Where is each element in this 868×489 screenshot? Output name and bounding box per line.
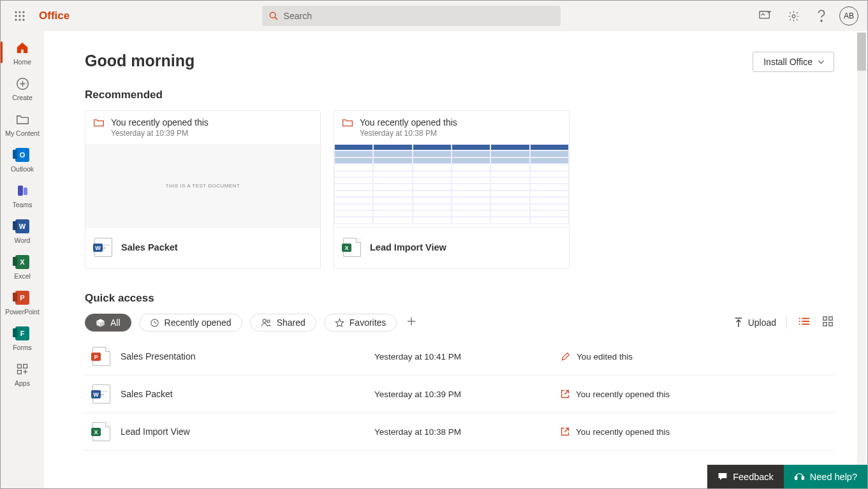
word-file-icon: W: [94, 238, 112, 257]
user-avatar[interactable]: AB: [839, 6, 858, 26]
bottom-bar: Feedback Need help?: [707, 465, 867, 488]
nav-forms[interactable]: F Forms: [1, 322, 44, 354]
svg-rect-17: [18, 365, 22, 369]
svg-point-12: [792, 15, 795, 18]
clock-icon: [150, 318, 159, 328]
filter-label: Recently opened: [165, 317, 232, 328]
nav-label: Apps: [15, 379, 30, 387]
file-action: You recently opened this: [576, 390, 670, 399]
svg-point-6: [15, 18, 17, 20]
scrollbar-thumb[interactable]: [857, 33, 866, 71]
nav-powerpoint[interactable]: P PowerPoint: [1, 286, 44, 318]
separator: [786, 316, 787, 329]
svg-point-1: [18, 11, 20, 13]
svg-point-8: [22, 18, 24, 20]
question-icon: [816, 10, 827, 22]
svg-rect-40: [802, 477, 804, 480]
nav-label: Excel: [14, 272, 31, 280]
card-preview: [334, 144, 569, 227]
waffle-icon: [15, 11, 25, 21]
help-button[interactable]: Need help?: [784, 465, 867, 488]
folder-open-icon: [342, 117, 353, 128]
svg-point-22: [267, 320, 270, 323]
list-view-button[interactable]: [797, 316, 811, 330]
grid-view-button[interactable]: [821, 315, 834, 330]
home-icon: [15, 41, 29, 55]
filter-label: All: [110, 317, 121, 328]
excel-file-icon: X: [343, 238, 361, 257]
main-content: Good morning Install Office Recommended …: [44, 31, 867, 488]
brand-title[interactable]: Office: [39, 10, 70, 22]
edit-icon: [561, 352, 570, 361]
whiteboard-button[interactable]: [753, 3, 778, 29]
file-action: You recently opened this: [576, 427, 670, 437]
svg-rect-33: [823, 317, 827, 320]
install-office-label: Install Office: [763, 57, 813, 67]
headset-icon: [794, 471, 805, 482]
card-preview: THIS IS A TEST DOCUMENT: [85, 144, 320, 227]
recommended-card[interactable]: You recently opened this Yesterday at 10…: [85, 110, 321, 269]
svg-rect-36: [829, 323, 832, 326]
nav-label: My Content: [5, 129, 40, 137]
help-button[interactable]: [809, 3, 834, 29]
filter-favorites[interactable]: Favorites: [324, 314, 397, 332]
svg-rect-19: [18, 370, 22, 374]
chevron-down-icon: [818, 60, 825, 64]
file-name: Lead Import View: [121, 427, 190, 437]
svg-line-10: [275, 17, 277, 20]
svg-point-2: [22, 11, 24, 13]
search-icon: [268, 11, 279, 21]
nav-my-content[interactable]: My Content: [1, 108, 44, 140]
svg-point-5: [22, 15, 24, 17]
nav-teams[interactable]: Teams: [1, 179, 44, 211]
recommended-card[interactable]: You recently opened this Yesterday at 10…: [334, 110, 570, 269]
add-filter-button[interactable]: [404, 314, 418, 331]
install-office-button[interactable]: Install Office: [753, 52, 834, 72]
plus-icon: [407, 317, 416, 326]
search-input[interactable]: Search: [262, 6, 561, 26]
app-launcher-button[interactable]: [10, 6, 30, 26]
nav-word[interactable]: W Word: [1, 215, 44, 247]
feedback-button[interactable]: Feedback: [707, 465, 784, 488]
nav-create[interactable]: Create: [1, 72, 44, 104]
people-icon: [261, 318, 272, 327]
card-title: Lead Import View: [370, 242, 446, 252]
nav-excel[interactable]: X Excel: [1, 251, 44, 282]
word-file-icon: W: [92, 384, 110, 404]
nav-label: Teams: [13, 201, 33, 208]
file-list: P Sales Presentation Yesterday at 10:41 …: [85, 338, 834, 451]
filter-all[interactable]: All: [85, 314, 131, 332]
open-icon: [561, 390, 570, 398]
svg-point-4: [18, 15, 20, 17]
nav-apps[interactable]: Apps: [1, 358, 44, 390]
settings-button[interactable]: [781, 3, 806, 29]
card-title: Sales Packet: [121, 242, 178, 252]
file-time: Yesterday at 10:39 PM: [374, 390, 561, 399]
svg-rect-35: [823, 323, 827, 326]
side-nav: Home Create My Content O Outlook Teams W…: [1, 31, 44, 488]
filter-recent[interactable]: Recently opened: [139, 314, 242, 332]
svg-rect-39: [795, 477, 797, 480]
card-reason: You recently opened this: [111, 117, 209, 128]
open-icon: [561, 427, 570, 436]
list-icon: [798, 317, 810, 326]
whiteboard-icon: [759, 10, 772, 22]
upload-button[interactable]: Upload: [734, 317, 776, 328]
filter-shared[interactable]: Shared: [250, 314, 316, 332]
svg-point-13: [821, 20, 822, 22]
file-name: Sales Packet: [121, 389, 173, 399]
file-row[interactable]: X Lead Import View Yesterday at 10:38 PM…: [85, 413, 834, 451]
file-row[interactable]: P Sales Presentation Yesterday at 10:41 …: [85, 338, 834, 376]
nav-outlook[interactable]: O Outlook: [1, 143, 44, 175]
file-row[interactable]: W Sales Packet Yesterday at 10:39 PM You…: [85, 376, 834, 413]
nav-home[interactable]: Home: [1, 36, 44, 68]
feedback-label: Feedback: [733, 472, 774, 482]
outlook-icon: O: [15, 148, 29, 162]
header: Office Search AB: [1, 1, 867, 31]
svg-line-38: [564, 428, 568, 432]
recommended-heading: Recommended: [85, 89, 834, 101]
plus-circle-icon: [16, 77, 29, 91]
scrollbar-track[interactable]: [857, 33, 866, 487]
folder-icon: [16, 113, 29, 125]
nav-label: Create: [12, 94, 33, 101]
